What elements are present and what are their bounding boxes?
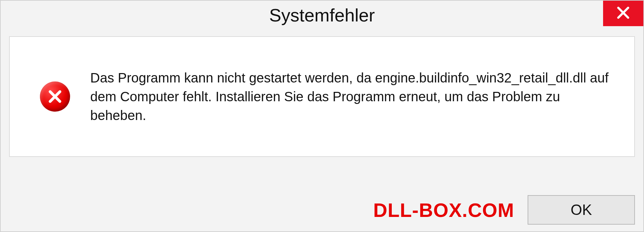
error-icon-wrap — [40, 81, 70, 112]
dialog-footer: DLL-BOX.COM OK — [1, 195, 643, 225]
error-dialog: Systemfehler Das Programm kann nicht ges… — [0, 0, 644, 232]
titlebar: Systemfehler — [1, 1, 643, 30]
error-icon — [40, 81, 70, 112]
close-button[interactable] — [603, 1, 643, 26]
watermark-text: DLL-BOX.COM — [373, 199, 514, 221]
ok-button[interactable]: OK — [528, 195, 635, 225]
close-icon — [616, 5, 631, 21]
dialog-title: Systemfehler — [269, 5, 375, 25]
content-panel: Das Programm kann nicht gestartet werden… — [9, 36, 635, 157]
error-message: Das Programm kann nicht gestartet werden… — [90, 68, 611, 125]
